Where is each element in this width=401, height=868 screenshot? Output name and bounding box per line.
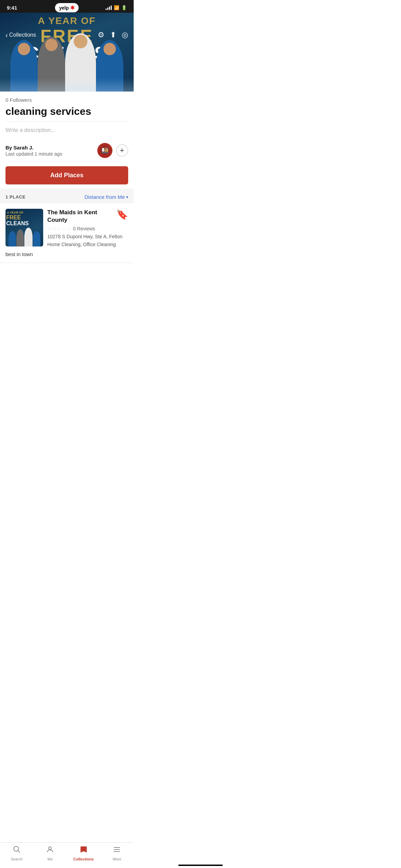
sort-button[interactable]: Distance from Me ▾ bbox=[84, 194, 128, 200]
yelp-logo-container: yelp ✱ bbox=[55, 3, 78, 12]
description-field[interactable]: Write a description... bbox=[0, 122, 134, 139]
author-actions: 🍱 + bbox=[97, 143, 128, 158]
chevron-down-icon: ▾ bbox=[126, 195, 128, 200]
share-icon[interactable]: ⬆ bbox=[110, 31, 116, 39]
add-collaborator-button[interactable]: + bbox=[116, 144, 128, 157]
status-time: 9:41 bbox=[7, 5, 17, 11]
bookmark-icon[interactable]: 🔖 bbox=[116, 209, 128, 220]
star-4: ☆ bbox=[62, 226, 66, 231]
add-places-button[interactable]: Add Places bbox=[5, 166, 128, 184]
yelp-burst-icon: ✱ bbox=[70, 4, 75, 11]
place-categories: Home Cleaning, Office Cleaning bbox=[47, 242, 128, 247]
place-note: best in town bbox=[5, 251, 128, 257]
places-count: 1 PLACE bbox=[5, 194, 25, 200]
reviews-count: 0 Reviews bbox=[73, 226, 95, 231]
back-button[interactable]: ‹ Collections bbox=[5, 31, 36, 39]
signal-icon bbox=[106, 5, 112, 10]
main-content: 0 Followers cleaning services Write a de… bbox=[0, 92, 134, 294]
places-header: 1 PLACE Distance from Me ▾ bbox=[0, 189, 134, 203]
back-label: Collections bbox=[9, 32, 36, 38]
place-rating: ☆ ☆ ☆ ☆ ☆ 0 Reviews bbox=[47, 226, 128, 231]
star-5: ☆ bbox=[66, 226, 71, 231]
location-icon[interactable]: ◎ bbox=[122, 31, 128, 39]
place-address: 10278 S Dupont Hwy, Ste A, Felton bbox=[47, 233, 128, 240]
status-bar: 9:41 yelp ✱ 📶 🔋 bbox=[0, 0, 134, 13]
battery-icon: 🔋 bbox=[121, 5, 127, 10]
nav-bar: ‹ Collections ⚙ ⬆ ◎ bbox=[0, 27, 134, 43]
author-row: By Sarah J. Last updated 1 minute ago 🍱 … bbox=[0, 139, 134, 162]
author-avatar[interactable]: 🍱 bbox=[97, 143, 112, 158]
plus-icon: + bbox=[120, 146, 124, 155]
sort-label: Distance from Me bbox=[84, 194, 125, 200]
place-info: The Maids in Kent County ☆ ☆ ☆ ☆ ☆ 0 Rev… bbox=[47, 209, 128, 247]
nav-actions: ⚙ ⬆ ◎ bbox=[98, 31, 128, 39]
collection-details: 0 Followers cleaning services Write a de… bbox=[0, 92, 134, 189]
yelp-logo: yelp ✱ bbox=[55, 3, 78, 12]
hero-line1: A YEAR OF bbox=[38, 15, 96, 26]
author-info: By Sarah J. Last updated 1 minute ago bbox=[5, 145, 62, 157]
back-arrow-icon: ‹ bbox=[5, 31, 8, 39]
star-1: ☆ bbox=[47, 226, 52, 231]
place-card[interactable]: A YEAR OF FREE CLEANS The Maids in Kent … bbox=[0, 203, 134, 263]
hero-image: ‹ Collections ⚙ ⬆ ◎ A YEAR OF FREE CLEAN… bbox=[0, 13, 134, 92]
status-icons: 📶 🔋 bbox=[106, 5, 127, 10]
star-3: ☆ bbox=[57, 226, 61, 231]
last-updated: Last updated 1 minute ago bbox=[5, 151, 62, 157]
wifi-icon: 📶 bbox=[114, 5, 119, 10]
place-main: A YEAR OF FREE CLEANS The Maids in Kent … bbox=[5, 209, 128, 247]
author-name: By Sarah J. bbox=[5, 145, 62, 150]
yelp-logo-text: yelp bbox=[59, 5, 69, 11]
collection-title: cleaning services bbox=[0, 104, 134, 121]
settings-icon[interactable]: ⚙ bbox=[98, 31, 105, 39]
place-thumbnail: A YEAR OF FREE CLEANS bbox=[5, 209, 43, 246]
stars-row: ☆ ☆ ☆ ☆ ☆ bbox=[47, 226, 71, 231]
star-2: ☆ bbox=[52, 226, 57, 231]
snow-decoration bbox=[0, 78, 134, 92]
followers-count: 0 Followers bbox=[0, 92, 134, 104]
